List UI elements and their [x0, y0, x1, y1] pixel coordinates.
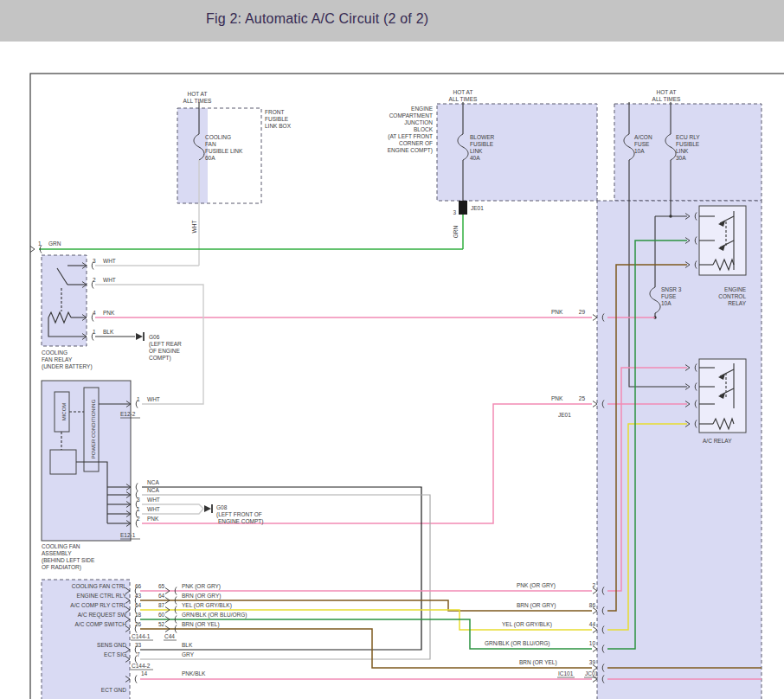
connector-pin	[593, 627, 597, 633]
wire-color-label: GRN	[48, 240, 61, 247]
junction-block-label: JUNCTION	[404, 119, 433, 125]
wire-color-label: BLK	[103, 329, 114, 335]
ecm-row-label: A/C COMP SWITCH	[75, 621, 127, 627]
pin-number-label: 39	[589, 659, 596, 665]
ground-label: (LEFT FRONT OF	[216, 511, 262, 518]
front-fusible-link-box-label: FRONT	[265, 109, 284, 115]
wire-color-label: WHT	[103, 277, 116, 283]
wire-color-label: WHT	[147, 506, 160, 512]
front-fusible-link-box-label: LINK BOX	[265, 123, 292, 129]
blower-fusible-link-label: BLOWER	[470, 134, 494, 140]
hot-at-all-times-label: ALL TIMES	[652, 96, 682, 102]
wire-color-label: YEL (OR GRY/BLK)	[502, 621, 552, 628]
blower-fusible-link-label: LINK	[470, 148, 483, 154]
pin-number-label: 64	[135, 602, 142, 608]
wire-color-label: YEL (OR GRY/BLK)	[182, 602, 232, 609]
wire-color-label: GRN/BLK (OR BLU/ORG)	[485, 640, 549, 647]
pin-number-label: 60	[158, 612, 165, 618]
front-fusible-link-box-label: FUSIBLE	[265, 116, 289, 122]
wire-color-label: WHT	[191, 221, 197, 234]
junction-node	[669, 215, 672, 217]
connector-label: JE01	[558, 412, 571, 418]
wire-color-label: GRY	[182, 651, 195, 657]
wire-color-label: PNK	[147, 516, 159, 522]
junction-block-label: ENGINE	[411, 106, 434, 112]
pnk-wire-25	[142, 404, 592, 523]
connector-pin	[593, 646, 597, 652]
pin-number-label: 1	[137, 396, 140, 402]
ground-label: ENGINE COMPT)	[218, 518, 263, 525]
connector-label: C144-2	[132, 663, 151, 669]
engine-control-relay-label: RELAY	[728, 300, 746, 306]
pin-number-label: 3	[453, 209, 456, 215]
ac-relay-label: A/C RELAY	[703, 438, 732, 444]
ecm-row-label: A/C COMP RLY CTRL	[70, 602, 126, 608]
ecm-row-label: A/C REQUEST SW	[78, 612, 127, 619]
snsr3-fuse-label: 10A	[661, 300, 672, 306]
ground-label: G08	[216, 504, 228, 510]
pin-number-label: 1	[93, 329, 96, 335]
micom-label: MICOM	[61, 403, 67, 421]
pin-number-label: 29	[579, 309, 586, 315]
wire-color-label: PNK/BLK	[182, 670, 206, 677]
junction-block-label: COMPARTMENT	[389, 112, 433, 119]
connector-pin	[30, 247, 35, 253]
hot-at-all-times-label: HOT AT	[453, 89, 473, 95]
wire-color-label: WHT	[147, 396, 160, 402]
pin-number-label: 2	[592, 582, 595, 588]
wire-color-label: PNK	[551, 309, 563, 315]
pin-number-label: 87	[158, 602, 165, 608]
pin-number-label: 7	[137, 651, 140, 657]
connector-label: E12-1	[120, 532, 136, 538]
ecu-rly-fusible-link-label: LINK	[676, 148, 689, 154]
ground-label: G06	[149, 334, 160, 340]
pin-number-label: 26	[135, 621, 142, 627]
wire-color-label: PNK	[551, 395, 563, 401]
cooling-fan-assembly-label: ASSEMBLY	[42, 550, 72, 556]
hot-at-all-times-label: ALL TIMES	[449, 96, 479, 102]
wire-color-label: BRN (OR GRY)	[517, 602, 556, 609]
ecu-rly-fusible-link-label: 30A	[676, 155, 686, 161]
wire-color-label: PNK	[103, 310, 115, 316]
snsr3-fuse-label: SNSR 3	[661, 286, 682, 292]
connector-label: C144-1	[132, 633, 151, 639]
hot-at-all-times-label: HOT AT	[188, 91, 208, 97]
front-fusible-box-fill	[177, 108, 208, 203]
ecm-row-label: ENGINE CTRL RLY	[77, 593, 127, 599]
connector-pin	[593, 315, 597, 321]
pin-number-label: 43	[135, 593, 142, 599]
junction-block-region	[437, 104, 597, 201]
ground-label: COMPT)	[149, 355, 171, 362]
wire-color-label: BRN (OR YEL)	[519, 659, 557, 666]
wire-color-label: WHT	[103, 258, 116, 264]
cooling-fan-assembly-label: COOLING FAN	[42, 543, 80, 549]
acon-fuse-label: 10A	[634, 148, 645, 154]
pin-number-label: 2	[93, 277, 96, 283]
ecm-row-label: ECT GND	[101, 687, 126, 693]
wire-color-label: BLK	[182, 642, 193, 648]
pin-number-label: 3	[137, 497, 140, 503]
engine-control-relay-label: ENGINE	[724, 286, 747, 292]
ecm-row-label: COOLING FAN CTRL	[72, 583, 127, 589]
snsr3-fuse-label: FUSE	[661, 293, 677, 299]
connector-label: JE01	[471, 205, 484, 211]
pin-number-label: 65	[158, 583, 165, 589]
g08-ground-arrow	[204, 505, 211, 512]
junction-block-label: (AT LEFT FRONT	[388, 133, 433, 140]
ground-label: OF ENGINE	[149, 348, 180, 354]
connector-label: C44	[164, 633, 175, 639]
wiring-diagram: HOT ATALL TIMESHOT ATALL TIMESHOT ATALL …	[0, 0, 784, 699]
wire-color-label: BRN (OR YEL)	[182, 621, 220, 628]
wire-color-label: PNK (OR GRY)	[182, 583, 221, 590]
cooling-fan-relay-label: (UNDER BATTERY)	[42, 363, 93, 370]
wiring-diagram-canvas: HOT ATALL TIMESHOT ATALL TIMESHOT ATALL …	[0, 0, 784, 699]
pin-number-label: 33	[135, 642, 142, 648]
connector-pin	[136, 484, 138, 491]
cooling-fan-assembly-label: OF RADIATOR)	[42, 564, 81, 571]
junction-block-label: CORNER OF	[399, 140, 433, 146]
pin-number-label: 1	[137, 506, 140, 512]
connector-label: E12-2	[120, 411, 136, 417]
cooling-fan-relay-label: FAN RELAY	[42, 356, 73, 362]
wire-color-label: NCA	[147, 479, 159, 485]
hot-at-all-times-label: HOT AT	[657, 89, 677, 95]
